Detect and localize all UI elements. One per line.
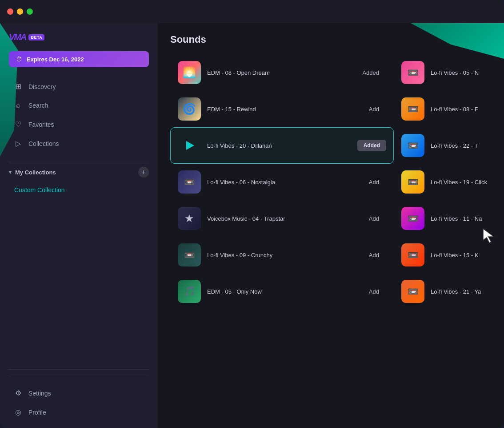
sounds-right-column: 📼 Lo-fi Vibes - 05 - N 📼 Lo-fi Vi (394, 54, 492, 310)
sound-name-lofi06: Lo-fi Vibes - 06 - Nostalgia (207, 179, 275, 186)
main-layout: VMA BETA ⏱ Expires Dec 16, 2022 ⊞ Discov… (0, 23, 504, 428)
cassette-icon: 📼 (408, 250, 419, 260)
play-button-lofi20[interactable] (178, 134, 201, 157)
sound-thumbnail-lofi22r: 📼 (401, 134, 424, 157)
sound-thumbnail-lofi21r: 📼 (401, 280, 424, 303)
sidebar-item-discovery[interactable]: ⊞ Discovery (9, 78, 149, 95)
sound-item-lofi19r[interactable]: 📼 Lo-fi Vibes - 19 - Click (394, 164, 492, 200)
sound-name-voicebox04: Voicebox Music - 04 - Trapstar (207, 215, 285, 222)
sound-name-edm15: EDM - 15 - Rewind (207, 106, 256, 113)
add-collection-button[interactable]: + (138, 167, 149, 178)
minimize-button[interactable] (17, 8, 23, 15)
logo-area: VMA BETA (9, 32, 149, 42)
sidebar-item-collections[interactable]: ▷ Collections (9, 135, 149, 152)
sound-name-edm08: EDM - 08 - Open Dream (207, 69, 270, 76)
sound-name-lofi20: Lo-fi Vibes - 20 - Dillarian (207, 142, 272, 149)
sound-thumbnail-lofi19r: 📼 (401, 170, 424, 194)
profile-icon: ◎ (14, 408, 22, 416)
sidebar-item-settings[interactable]: ⚙ Settings (9, 384, 149, 402)
sound-info-lofi19r: Lo-fi Vibes - 19 - Click (431, 178, 484, 186)
sound-action-button-edm05[interactable]: Add (362, 286, 386, 298)
collections-toggle[interactable]: ▾ My Collections (9, 169, 56, 176)
logo-text: VMA (9, 32, 26, 42)
sidebar-item-search[interactable]: ⌕ Search (9, 97, 149, 114)
sound-thumbnail-lofi05r: 📼 (401, 61, 424, 84)
sound-action-button-voicebox04[interactable]: Add (362, 213, 386, 225)
sound-item-edm05[interactable]: 🎵 EDM - 05 - Only Now Add (170, 273, 394, 310)
sound-action-button-edm15[interactable]: Add (362, 103, 386, 115)
sound-thumbnail-edm05: 🎵 (178, 280, 201, 303)
sound-info-lofi15r: Lo-fi Vibes - 15 - K (431, 251, 484, 259)
sound-item-lofi06[interactable]: 📼 Lo-fi Vibes - 06 - Nostalgia Add (170, 164, 394, 200)
chevron-down-icon: ▾ (9, 169, 12, 175)
sound-info-lofi06: Lo-fi Vibes - 06 - Nostalgia (207, 178, 356, 186)
sidebar-content: VMA BETA ⏱ Expires Dec 16, 2022 ⊞ Discov… (0, 23, 158, 428)
sound-name-lofi09: Lo-fi Vibes - 09 - Crunchy (207, 252, 272, 258)
sound-item-lofi11r[interactable]: 📼 Lo-fi Vibes - 11 - Na (394, 200, 492, 237)
sound-action-button-lofi09[interactable]: Add (362, 249, 386, 261)
sound-info-lofi05r: Lo-fi Vibes - 05 - N (431, 69, 484, 77)
sound-action-button-edm08[interactable]: Added (355, 67, 386, 79)
sidebar-item-label: Settings (28, 390, 51, 397)
app-window: VMA BETA ⏱ Expires Dec 16, 2022 ⊞ Discov… (0, 0, 504, 428)
sidebar-item-label: Discovery (28, 83, 56, 90)
sound-item-lofi21r[interactable]: 📼 Lo-fi Vibes - 21 - Ya (394, 273, 492, 310)
cassette-icon: 📼 (408, 140, 419, 151)
sound-info-lofi21r: Lo-fi Vibes - 21 - Ya (431, 287, 484, 295)
main-content: Sounds 🌅 EDM - 08 - Open Dream (158, 23, 504, 428)
sound-info-lofi20: Lo-fi Vibes - 20 - Dillarian (207, 141, 351, 149)
nav-divider (9, 163, 149, 163)
sound-info-voicebox04: Voicebox Music - 04 - Trapstar (207, 214, 356, 222)
sound-info-edm15: EDM - 15 - Rewind (207, 105, 356, 113)
sound-item-lofi08r[interactable]: 📼 Lo-fi Vibes - 08 - F (394, 91, 492, 127)
collections-title: My Collections (15, 169, 56, 176)
collections-header: ▾ My Collections + (9, 167, 149, 178)
collection-item-label: Custom Collection (14, 186, 65, 194)
nav-section: ⊞ Discovery ⌕ Search ♡ Favorites ▷ Colle… (9, 78, 149, 152)
expiry-banner[interactable]: ⏱ Expires Dec 16, 2022 (9, 51, 149, 67)
sound-item-lofi15r[interactable]: 📼 Lo-fi Vibes - 15 - K (394, 237, 492, 273)
sound-item-lofi22r[interactable]: 📼 Lo-fi Vibes - 22 - T (394, 127, 492, 164)
cassette-icon: 📼 (184, 177, 195, 187)
sound-thumbnail-edm15: 🌀 (178, 97, 201, 121)
sound-name-lofi08r: Lo-fi Vibes - 08 - F (431, 106, 478, 113)
cassette-icon: 📼 (408, 67, 419, 78)
sound-item-lofi09[interactable]: 📼 Lo-fi Vibes - 09 - Crunchy Add (170, 237, 394, 273)
content-area: Sounds 🌅 EDM - 08 - Open Dream (158, 23, 504, 428)
beta-badge: BETA (28, 34, 44, 40)
maximize-button[interactable] (27, 8, 33, 15)
expiry-text: Expires Dec 16, 2022 (27, 56, 84, 63)
sound-name-edm05: EDM - 05 - Only Now (207, 288, 262, 295)
sound-info-edm08: EDM - 08 - Open Dream (207, 69, 349, 77)
sound-item-edm08[interactable]: 🌅 EDM - 08 - Open Dream Added (170, 54, 394, 91)
sound-thumbnail-lofi15r: 📼 (401, 243, 424, 266)
cassette-icon: 📼 (408, 286, 419, 297)
sidebar-item-profile[interactable]: ◎ Profile (9, 404, 149, 421)
sound-item-lofi20[interactable]: Lo-fi Vibes - 20 - Dillarian Added (170, 127, 394, 164)
logo: VMA BETA (9, 32, 44, 42)
cassette-icon: 📼 (184, 250, 195, 260)
sound-name-lofi21r: Lo-fi Vibes - 21 - Ya (431, 288, 481, 295)
sound-thumbnail-edm08: 🌅 (178, 61, 201, 84)
sound-item-voicebox04[interactable]: ★ Voicebox Music - 04 - Trapstar Add (170, 200, 394, 237)
sound-info-lofi08r: Lo-fi Vibes - 08 - F (431, 105, 484, 113)
sound-name-lofi05r: Lo-fi Vibes - 05 - N (431, 69, 479, 76)
sound-thumbnail-voicebox04: ★ (178, 207, 201, 230)
sidebar-item-label: Collections (28, 140, 59, 147)
sound-action-button-lofi20[interactable]: Added (357, 140, 386, 151)
sound-info-lofi09: Lo-fi Vibes - 09 - Crunchy (207, 251, 356, 259)
sound-name-lofi22r: Lo-fi Vibes - 22 - T (431, 142, 478, 149)
sound-item-lofi05r[interactable]: 📼 Lo-fi Vibes - 05 - N (394, 54, 492, 91)
close-button[interactable] (7, 8, 13, 15)
sound-action-button-lofi06[interactable]: Add (362, 176, 386, 188)
traffic-lights (7, 8, 33, 15)
sidebar: VMA BETA ⏱ Expires Dec 16, 2022 ⊞ Discov… (0, 23, 158, 428)
sidebar-item-favorites[interactable]: ♡ Favorites (9, 116, 149, 133)
bottom-divider (9, 369, 149, 370)
collection-item-custom[interactable]: Custom Collection (9, 183, 149, 197)
sound-info-lofi11r: Lo-fi Vibes - 11 - Na (431, 214, 484, 222)
cassette-icon: 📼 (408, 177, 419, 187)
sound-item-edm15[interactable]: 🌀 EDM - 15 - Rewind Add (170, 91, 394, 127)
collections-icon: ▷ (14, 139, 22, 148)
gear-icon: ⚙ (14, 389, 22, 397)
